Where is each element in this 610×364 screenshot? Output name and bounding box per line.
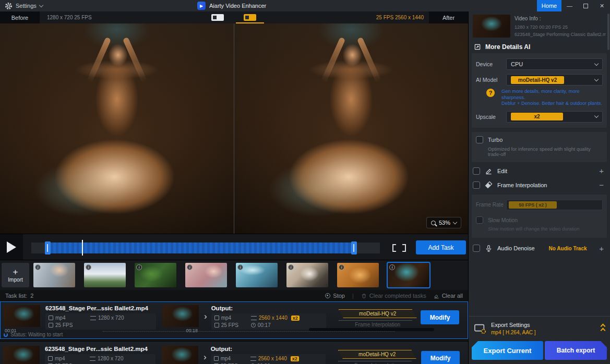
maximize-button[interactable] — [578, 0, 594, 11]
single-view-icon — [211, 14, 224, 21]
add-task-button[interactable]: Add Task — [416, 240, 466, 254]
frame-interpolation-badge: Frame Interpolation — [338, 361, 416, 364]
info-icon[interactable]: i — [237, 264, 243, 270]
after-video-frame[interactable] — [234, 23, 468, 234]
info-icon[interactable]: i — [136, 264, 142, 270]
collapse-up-icon[interactable] — [601, 324, 605, 332]
import-button[interactable]: + Import — [2, 263, 29, 287]
transport-bar: 00:02 00:01 00:18 Add Task — [0, 234, 468, 260]
task-file-info: 623548_Stage Per...ssic Ballet2.mp4 mp4 … — [45, 305, 156, 330]
trim-start-handle[interactable] — [45, 241, 51, 254]
thumbnail-tiger[interactable]: i — [337, 263, 379, 287]
slow-motion-description: Slow motion will change the video durati… — [488, 226, 603, 232]
close-button[interactable]: ✕ — [594, 0, 610, 11]
frame-interpolation-checkbox[interactable] — [473, 181, 480, 189]
export-current-button[interactable]: Export Current — [472, 341, 543, 360]
collapse-minus-icon[interactable]: − — [599, 183, 604, 188]
minimize-button[interactable]: — — [561, 0, 578, 11]
thumbnail-futuristic-train[interactable]: i — [236, 263, 278, 287]
ai-model-dropdown[interactable]: moDetail-HQ v2 — [506, 74, 603, 86]
task-output-info: Output: mp4 2560 x 1440x2 25 FPS 00:17 — [211, 305, 326, 330]
trim-end-handle[interactable] — [351, 241, 357, 254]
titlebar: Settings ▶ Aiarty Video Enhancer Home — … — [0, 0, 610, 11]
timeline-track[interactable]: 00:02 00:01 00:18 — [31, 242, 380, 253]
task-src-resolution: 1280 x 720 — [98, 356, 124, 361]
resolution-icon — [250, 357, 256, 361]
model-badge: moDetail-HQ v2 — [339, 309, 417, 318]
output-label: Output: — [211, 346, 326, 352]
edit-checkbox[interactable] — [473, 167, 480, 175]
task-preview-thumbnail: 00:18 — [162, 305, 199, 327]
info-icon[interactable]: i — [339, 264, 344, 270]
task-preview-thumbnail — [162, 346, 198, 364]
expand-plus-icon[interactable]: + — [599, 244, 604, 253]
task-list-label: Task list: — [5, 293, 27, 299]
export-settings-row[interactable]: Export Settings mp4 [ H.264, AAC ] — [469, 316, 610, 339]
app-title: ▶ Aiarty Video Enhancer — [197, 2, 266, 10]
thumbnail-snowy-mountains[interactable]: i — [84, 263, 126, 287]
thumbnail-woman-in-snow[interactable]: i — [33, 263, 75, 287]
view-mode-toggles — [201, 11, 266, 23]
task-status: Status: Waiting to start — [4, 332, 63, 337]
info-icon[interactable]: i — [86, 264, 91, 270]
frame-rate-field[interactable]: 50 FPS ( x2 ) — [506, 200, 603, 210]
single-view-toggle[interactable] — [201, 11, 234, 23]
play-button[interactable] — [0, 234, 23, 260]
help-icon[interactable]: ? — [486, 89, 495, 97]
before-tab[interactable]: Before — [0, 11, 40, 23]
after-tab[interactable]: After — [429, 11, 468, 23]
video-info-filename: 623548_Stage Performing Classic Ballet2.… — [515, 32, 606, 37]
clear-completed-button[interactable]: Clear completed tasks — [361, 293, 426, 299]
stop-button[interactable]: Stop — [325, 293, 345, 299]
playhead[interactable] — [82, 240, 83, 256]
export-buttons: Export Current Batch export — [469, 339, 610, 364]
bracket-right-icon — [402, 244, 406, 252]
model-badge: moDetail-HQ v2 — [338, 350, 416, 359]
task-row[interactable]: 623548_Stage Per...ssic Ballet2.mp4 mp4 … — [0, 342, 468, 364]
zoom-level-control[interactable]: 53% — [426, 217, 461, 228]
info-icon[interactable]: i — [187, 264, 193, 270]
task-list-header: Task list: 2 Stop | Clear completed task… — [0, 290, 468, 301]
trim-selection-button[interactable] — [392, 244, 406, 252]
upscale-label: Upscale — [476, 114, 506, 120]
info-icon[interactable]: i — [35, 264, 41, 270]
task-row[interactable]: 00:01 623548_Stage Per...ssic Ballet2.mp… — [0, 301, 468, 339]
edit-icon — [485, 167, 493, 175]
sidebar-scrollbar[interactable] — [607, 14, 609, 50]
resolution-icon — [90, 357, 95, 361]
more-details-header: More Details AI — [469, 40, 610, 53]
turbo-checkbox[interactable] — [476, 136, 483, 143]
split-view-toggle[interactable] — [234, 11, 266, 23]
edit-label: Edit — [497, 168, 507, 174]
scale-badge: x2 — [291, 316, 300, 321]
task-filename: 623548_Stage Per...ssic Ballet2.mp4 — [45, 346, 156, 352]
after-video-image — [234, 23, 468, 234]
task-src-format: mp4 — [55, 356, 65, 361]
thumbnail-woman-bathing[interactable]: i — [185, 263, 227, 287]
task-out-format: mp4 — [221, 356, 231, 361]
device-dropdown[interactable]: CPU — [506, 58, 603, 70]
gear-icon — [5, 2, 13, 10]
upscale-dropdown[interactable]: x2 — [506, 111, 603, 123]
clock-icon — [251, 323, 256, 327]
play-icon — [7, 241, 16, 253]
modify-button[interactable]: Modify — [421, 310, 459, 324]
expand-plus-icon[interactable]: + — [599, 168, 604, 174]
fps-icon — [214, 323, 219, 327]
settings-menu[interactable]: Settings — [0, 2, 43, 10]
audio-denoise-checkbox[interactable] — [473, 245, 480, 252]
slow-motion-checkbox[interactable] — [476, 216, 483, 224]
clear-all-button[interactable]: Clear all — [434, 293, 463, 299]
modify-button[interactable]: Modify — [421, 351, 460, 364]
stop-icon — [325, 293, 330, 298]
info-icon[interactable]: i — [288, 264, 294, 270]
thumbnail-ballet-dancer[interactable]: i — [388, 263, 429, 287]
before-video-frame[interactable] — [0, 23, 234, 234]
thumbnail-cat[interactable]: i — [286, 263, 328, 287]
thumbnail-green-plants[interactable]: i — [135, 263, 176, 287]
info-icon[interactable]: i — [389, 264, 395, 270]
timeline-selection[interactable] — [48, 242, 354, 253]
batch-export-button[interactable]: Batch export — [545, 341, 607, 360]
home-button[interactable]: Home — [537, 0, 561, 11]
frame-interpolation-row: Frame Interpolation − — [469, 178, 610, 192]
